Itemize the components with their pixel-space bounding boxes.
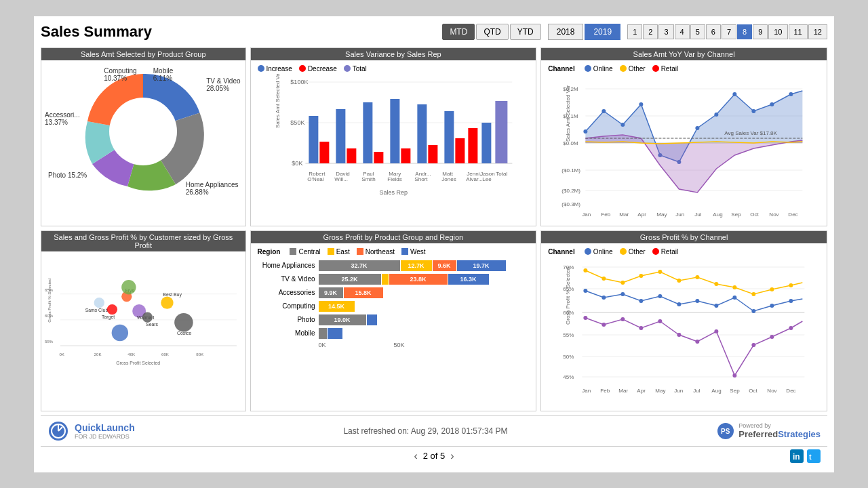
period-buttons: MTD QTD YTD <box>442 24 540 40</box>
computing-label: Computing10.37% <box>104 67 136 82</box>
donut-chart: Mobile6.11% Computing10.37% Accessori...… <box>45 64 242 199</box>
month-6[interactable]: 6 <box>706 24 721 39</box>
seg-west <box>328 328 342 339</box>
svg-point-138 <box>658 294 663 298</box>
svg-text:Oct: Oct <box>749 388 758 394</box>
chart5-legend: Region Central East Northeast West <box>254 247 533 257</box>
twitter-icon[interactable]: t <box>807 449 821 463</box>
svg-text:Sears: Sears <box>146 322 159 327</box>
svg-point-129 <box>715 282 719 286</box>
svg-text:Feb: Feb <box>601 388 610 394</box>
svg-text:Aug: Aug <box>712 388 722 394</box>
svg-point-94 <box>94 298 104 308</box>
svg-point-148 <box>621 317 625 321</box>
social-icons: in t <box>790 449 821 463</box>
svg-text:55%: 55% <box>564 332 574 338</box>
svg-point-132 <box>770 287 774 291</box>
svg-text:Smith: Smith <box>361 176 375 182</box>
year-2019-button[interactable]: 2019 <box>585 24 620 40</box>
month-11[interactable]: 11 <box>789 24 808 39</box>
svg-text:Alvar...: Alvar... <box>466 176 482 182</box>
month-8[interactable]: 8 <box>737 24 752 39</box>
svg-text:40K: 40K <box>127 352 135 357</box>
x-axis-labels: 0K 50K <box>258 342 533 348</box>
svg-text:Costco: Costco <box>177 331 192 336</box>
svg-rect-12 <box>374 152 383 163</box>
month-9[interactable]: 9 <box>753 24 768 39</box>
year-2018-button[interactable]: 2018 <box>548 24 584 40</box>
chart2-body: Increase Decrease Total $100K $50K $0K <box>251 60 536 222</box>
seg-central <box>319 328 327 339</box>
seg-west <box>367 314 377 325</box>
month-12[interactable]: 12 <box>808 24 827 39</box>
month-3[interactable]: 3 <box>658 24 673 39</box>
svg-text:Jones: Jones <box>441 176 456 182</box>
svg-text:20K: 20K <box>94 352 102 357</box>
svg-point-125 <box>639 274 644 278</box>
chart3-title: Sales Amt YoY Var by Channel <box>541 48 827 60</box>
svg-text:Nov: Nov <box>770 211 779 218</box>
prev-page-button[interactable]: ‹ <box>414 450 417 462</box>
bar-home-appliances: Home Appliances 32.7K 12.7K 9.6K 19.7K <box>258 260 533 271</box>
month-10[interactable]: 10 <box>768 24 787 39</box>
accessories-label: Accessori...13.37% <box>45 111 80 126</box>
chart5-title: Gross Profit by Product Group and Region <box>251 231 536 243</box>
yoy-line-svg: $0.2M $0.1M $0.0M ($0.1M) ($0.2M) ($0.3M… <box>545 74 823 220</box>
scatter-svg: 65% 60% 55% 0K 20K 40K 60K 80K Gross Pr <box>45 258 242 407</box>
svg-point-126 <box>658 270 663 274</box>
month-2[interactable]: 2 <box>643 24 658 39</box>
donut-labels: Mobile6.11% Computing10.37% Accessori...… <box>45 64 242 199</box>
online-label2: Online <box>593 248 613 256</box>
chart4-body: 65% 60% 55% 0K 20K 40K 60K 80K Gross Pr <box>41 251 245 411</box>
month-7[interactable]: 7 <box>722 24 736 39</box>
page-title: Sales Summary <box>41 23 429 41</box>
footer-bar: QuickLaunch FOR JD EDWARDS Last refreshe… <box>41 415 827 446</box>
month-1[interactable]: 1 <box>627 24 642 39</box>
linkedin-icon[interactable]: in <box>790 449 804 463</box>
svg-point-124 <box>621 281 625 285</box>
svg-text:Jul: Jul <box>695 211 702 218</box>
svg-rect-13 <box>390 99 399 163</box>
svg-text:55%: 55% <box>45 339 54 344</box>
mtd-button[interactable]: MTD <box>442 24 475 40</box>
seg-west: 16.3K <box>448 274 489 285</box>
legend-decrease: Decrease <box>308 65 337 73</box>
svg-point-145 <box>789 299 793 303</box>
svg-text:May: May <box>656 388 666 394</box>
svg-point-134 <box>584 289 588 293</box>
bar-tv-video: TV & Video 25.2K 23.8K 16.3K <box>258 274 533 285</box>
seg-east <box>382 274 389 285</box>
svg-point-139 <box>677 302 682 306</box>
bar-accessories: Accessories 9.9K 15.8K <box>258 287 533 298</box>
seg-northeast: 15.8K <box>344 287 383 298</box>
svg-text:Apr: Apr <box>638 211 647 218</box>
charts-row-1: Sales Amt Selected by Product Group <box>41 47 827 226</box>
brand-section: QuickLaunch FOR JD EDWARDS <box>47 420 135 442</box>
svg-point-152 <box>696 340 700 344</box>
qtd-button[interactable]: QTD <box>476 24 508 40</box>
svg-point-54 <box>602 109 606 113</box>
chart3-body: Channel Online Other Retail $0.2M $0.1M … <box>541 60 827 226</box>
svg-rect-11 <box>363 102 372 163</box>
svg-text:$0K: $0K <box>292 160 302 167</box>
svg-text:Sep: Sep <box>732 211 742 218</box>
svg-point-156 <box>770 335 774 339</box>
svg-point-150 <box>658 319 663 323</box>
next-page-button[interactable]: › <box>450 450 454 462</box>
home-appliances-label: Home Appliances26.88% <box>186 181 239 196</box>
svg-rect-8 <box>319 142 329 163</box>
svg-text:May: May <box>657 211 667 218</box>
svg-text:Total: Total <box>496 171 507 177</box>
chart6-legend: Channel Online Other Retail <box>545 247 823 257</box>
gp-line-svg: 70% 65% 60% 55% 50% 45% <box>545 257 823 403</box>
month-4[interactable]: 4 <box>675 24 690 39</box>
month-5[interactable]: 5 <box>690 24 705 39</box>
powered-by-section: PS Powered by PreferredStrategies <box>716 422 821 441</box>
month-buttons: 1 2 3 4 5 6 7 8 9 10 11 12 <box>627 24 827 39</box>
brand-text: QuickLaunch FOR JD EDWARDS <box>75 422 135 440</box>
svg-point-61 <box>733 92 737 96</box>
ytd-button[interactable]: YTD <box>510 24 541 40</box>
svg-point-157 <box>789 326 793 330</box>
svg-text:Sales Rep: Sales Rep <box>379 189 408 196</box>
svg-text:Sales Amt Selected Var: Sales Amt Selected Var <box>566 85 572 142</box>
